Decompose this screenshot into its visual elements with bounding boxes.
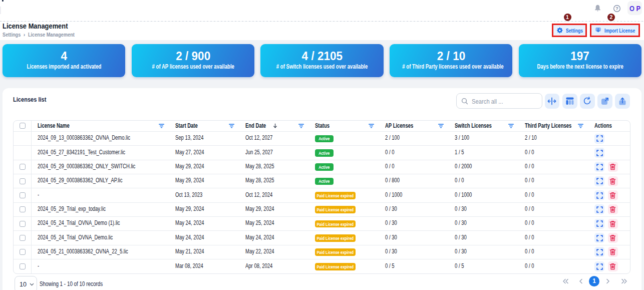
svg-text:?: ? [615,6,618,11]
